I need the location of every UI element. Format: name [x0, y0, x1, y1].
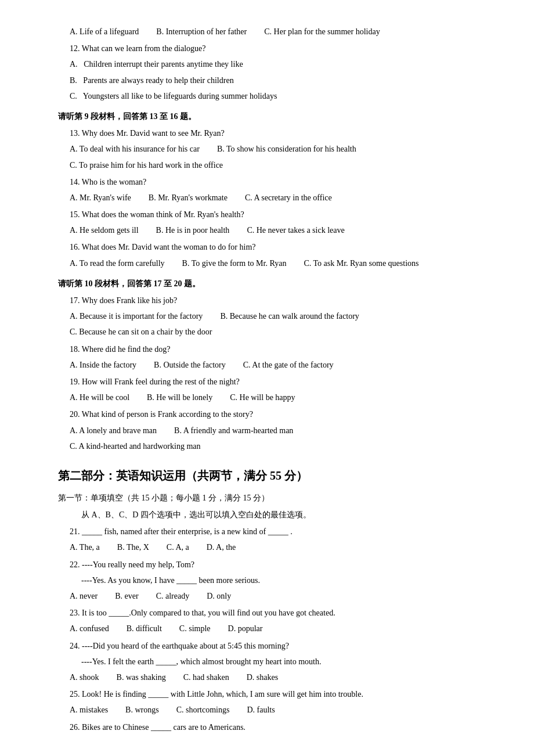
section10-header: 请听第 10 段材料，回答第 17 至 20 题。	[58, 276, 499, 291]
q22-sub: ----Yes. As you know, I have _____ been …	[58, 573, 499, 588]
q23-c: C. simple	[179, 621, 211, 636]
q21-a: A. The, a	[70, 540, 100, 555]
q23-a: A. confused	[70, 621, 109, 636]
q25-d: D. faults	[247, 703, 275, 717]
q17-label: 17. Why does Frank like his job?	[58, 293, 499, 308]
q23-label: 23. It is too _____.Only compared to tha…	[58, 606, 499, 620]
q25-choices: A. mistakes B. wrongs C. shortcomings D.…	[58, 703, 499, 717]
q16-c: C. To ask Mr. Ryan some questions	[304, 256, 418, 271]
q14-choices: A. Mr. Ryan's wife B. Mr. Ryan's workmat…	[58, 190, 499, 205]
q24-d: D. shakes	[247, 670, 278, 685]
q18-label: 18. Where did he find the dog?	[58, 342, 499, 357]
q24-a: A. shook	[70, 670, 99, 685]
section9-header: 请听第 9 段材料，回答第 13 至 16 题。	[58, 109, 499, 124]
q14-b: B. Mr. Ryan's workmate	[149, 190, 228, 205]
q23-choices: A. confused B. difficult C. simple D. po…	[58, 621, 499, 636]
q25-c: C. shortcomings	[176, 703, 230, 717]
q15-c: C. He never takes a sick leave	[247, 223, 344, 237]
q17-c: C. Because he can sit on a chair by the …	[58, 325, 499, 339]
q17-b: B. Because he can walk around the factor…	[220, 309, 359, 323]
part2-header: 第二部分：英语知识运用（共两节，满分 55 分）	[58, 465, 499, 486]
q12-a: A. Children interrupt their parents anyt…	[58, 57, 499, 71]
q11-c: C. Her plan for the summer holiday	[264, 24, 380, 39]
q25-label: 25. Look! He is finding _____ with Littl…	[58, 687, 499, 701]
q15-a: A. He seldom gets ill	[70, 223, 139, 237]
section1-header: 第一节：单项填空（共 15 小题；每小题 1 分，满分 15 分）	[58, 491, 499, 505]
q20-label: 20. What kind of person is Frank accordi…	[58, 407, 499, 422]
q20-ab: A. A lonely and brave man B. A friendly …	[58, 423, 499, 438]
q19-b: B. He will be lonely	[147, 390, 212, 405]
q24-c: C. had shaken	[183, 670, 229, 685]
q22-b: B. ever	[115, 589, 138, 603]
q14-label: 14. Who is the woman?	[58, 175, 499, 189]
q19-c: C. He will be happy	[230, 390, 295, 405]
q24-b: B. was shaking	[117, 670, 166, 685]
q19-a: A. He will be cool	[70, 390, 129, 405]
q13-c: C. To praise him for his hard work in th…	[58, 158, 499, 172]
q22-d: D. only	[207, 589, 231, 603]
q11-choices: A. Life of a lifeguard B. Interruption o…	[58, 24, 499, 39]
q11-b: B. Interruption of her father	[156, 24, 247, 39]
q20-a: A. A lonely and brave man	[70, 423, 157, 438]
q13-label: 13. Why does Mr. David want to see Mr. R…	[58, 126, 499, 141]
q15-b: B. He is in poor health	[156, 223, 230, 237]
q16-label: 16. What does Mr. David want the woman t…	[58, 240, 499, 254]
q19-label: 19. How will Frank feel during the rest …	[58, 375, 499, 389]
q13-a: A. To deal with his insurance for his ca…	[70, 142, 200, 156]
q14-c: C. A secretary in the office	[245, 190, 332, 205]
q19-choices: A. He will be cool B. He will be lonely …	[58, 390, 499, 405]
q24-choices: A. shook B. was shaking C. had shaken D.…	[58, 670, 499, 685]
section1-sub: 从 A、B、C、D 四个选项中，选出可以填入空白处的最佳选项。	[58, 507, 499, 522]
q21-choices: A. The, a B. The, X C. A, a D. A, the	[58, 540, 499, 555]
q24-label: 24. ----Did you heard of the earthquake …	[58, 639, 499, 653]
q23-d: D. popular	[228, 621, 263, 636]
q22-c: C. already	[156, 589, 190, 603]
q15-label: 15. What does the woman think of Mr. Rya…	[58, 207, 499, 222]
q21-d: D. A, the	[207, 540, 236, 555]
q17-choices: A. Because it is important for the facto…	[58, 309, 499, 323]
q12-label: 12. What can we learn from the dialogue?	[58, 41, 499, 56]
q25-a: A. mistakes	[70, 703, 108, 717]
q21-b: B. The, X	[117, 540, 149, 555]
exam-content: A. Life of a lifeguard B. Interruption o…	[58, 24, 499, 735]
q18-c: C. At the gate of the factory	[243, 358, 334, 372]
q18-b: B. Outside the factory	[154, 358, 226, 372]
q23-b: B. difficult	[127, 621, 162, 636]
q18-choices: A. Inside the factory B. Outside the fac…	[58, 358, 499, 372]
q26-label: 26. Bikes are to Chinese _____ cars are …	[58, 720, 499, 735]
q22-label: 22. ----You really need my help, Tom?	[58, 557, 499, 572]
q16-choices: A. To read the form carefully B. To give…	[58, 256, 499, 271]
q16-a: A. To read the form carefully	[70, 256, 165, 271]
q21-c: C. A, a	[167, 540, 189, 555]
q25-b: B. wrongs	[125, 703, 159, 717]
q20-c: C. A kind-hearted and hardworking man	[58, 439, 499, 453]
q12-c: C. Youngsters all like to be lifeguards …	[58, 89, 499, 103]
q16-b: B. To give the form to Mr. Ryan	[182, 256, 287, 271]
q20-b: B. A friendly and warm-hearted man	[174, 423, 293, 438]
q22-a: A. never	[70, 589, 98, 603]
q22-choices: A. never B. ever C. already D. only	[58, 589, 499, 603]
q11-a: A. Life of a lifeguard	[70, 24, 139, 39]
q13-choices: A. To deal with his insurance for his ca…	[58, 142, 499, 156]
q15-choices: A. He seldom gets ill B. He is in poor h…	[58, 223, 499, 237]
q13-b: B. To show his consideration for his hea…	[217, 142, 356, 156]
q18-a: A. Inside the factory	[70, 358, 136, 372]
q14-a: A. Mr. Ryan's wife	[70, 190, 131, 205]
q12-b: B. Parents are always ready to help thei…	[58, 73, 499, 88]
q24-sub: ----Yes. I felt the earth _____, which a…	[58, 654, 499, 669]
q17-a: A. Because it is important for the facto…	[70, 309, 203, 323]
q21-label: 21. _____ fish, named after their enterp…	[58, 524, 499, 539]
